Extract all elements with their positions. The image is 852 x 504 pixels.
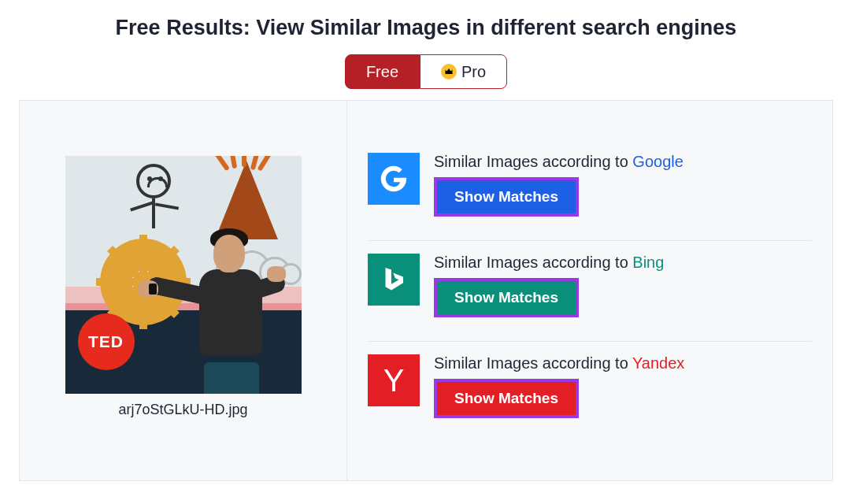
tab-free-label: Free bbox=[366, 63, 398, 81]
plan-tabs: Free Pro bbox=[19, 54, 833, 89]
yandex-logo-icon: Y bbox=[368, 354, 420, 406]
image-preview-pane: TED arj7oStGLkU-HD.jpg bbox=[20, 101, 347, 480]
crown-icon bbox=[441, 64, 457, 80]
engine-name-google: Google bbox=[632, 153, 683, 170]
ted-badge: TED bbox=[78, 313, 135, 370]
uploaded-image-thumbnail: TED bbox=[65, 156, 302, 394]
google-logo-icon bbox=[368, 153, 420, 205]
tab-pro[interactable]: Pro bbox=[420, 54, 507, 89]
engine-row-google: Similar Images according to Google Show … bbox=[368, 148, 812, 241]
engine-name-yandex: Yandex bbox=[632, 354, 684, 372]
results-panel: TED arj7oStGLkU-HD.jpg Similar Images ac… bbox=[19, 100, 833, 481]
engine-row-bing: Similar Images according to Bing Show Ma… bbox=[368, 241, 812, 342]
tab-pro-label: Pro bbox=[461, 63, 486, 81]
engine-results-list: Similar Images according to Google Show … bbox=[347, 101, 832, 480]
engine-label-google: Similar Images according to Google bbox=[434, 153, 683, 171]
engine-name-bing: Bing bbox=[632, 254, 664, 271]
engine-label-bing: Similar Images according to Bing bbox=[434, 254, 664, 272]
show-matches-google-button[interactable]: Show Matches bbox=[434, 177, 579, 217]
show-matches-yandex-button[interactable]: Show Matches bbox=[434, 379, 579, 418]
bing-logo-icon bbox=[368, 254, 420, 306]
engine-row-yandex: Y Similar Images according to Yandex Sho… bbox=[368, 342, 812, 426]
show-matches-bing-button[interactable]: Show Matches bbox=[434, 278, 579, 317]
tab-free[interactable]: Free bbox=[345, 54, 420, 89]
engine-label-yandex: Similar Images according to Yandex bbox=[434, 354, 684, 372]
image-filename: arj7oStGLkU-HD.jpg bbox=[118, 402, 247, 418]
page-title: Free Results: View Similar Images in dif… bbox=[19, 16, 833, 40]
